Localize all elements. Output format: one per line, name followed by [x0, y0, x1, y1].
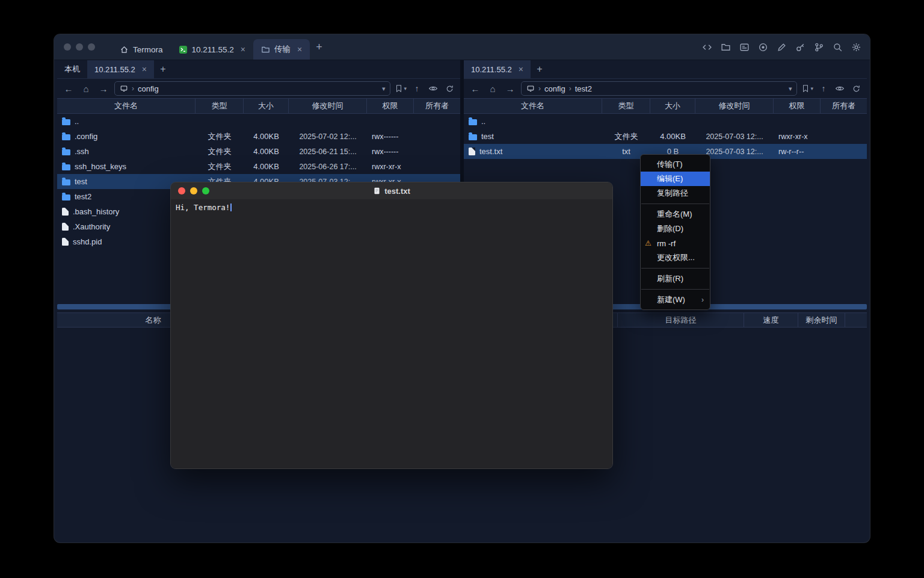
warning-icon: ⚠: [645, 239, 651, 247]
right-panel-toolbar: ← ⌂ → › config › test2 ▾ ▾ ↑: [464, 79, 867, 98]
up-arrow-icon: ↑: [415, 84, 419, 93]
folder-icon: [261, 45, 270, 54]
back-button[interactable]: ←: [469, 82, 482, 95]
editor-text-area[interactable]: Hi, Termora!: [171, 199, 612, 468]
breadcrumb-separator: ›: [132, 84, 134, 93]
column-header-destination[interactable]: 目标路径: [618, 313, 744, 327]
file-icon: [62, 238, 69, 246]
menu-item-rm-rf[interactable]: ⚠rm -rf: [641, 236, 710, 250]
tab-local[interactable]: 本机: [57, 60, 87, 78]
column-header-modified[interactable]: 修改时间: [695, 99, 774, 113]
column-header-modified[interactable]: 修改时间: [289, 99, 367, 113]
column-header-speed[interactable]: 速度: [744, 313, 798, 327]
menu-item-change-permissions[interactable]: 更改权限...: [641, 250, 710, 265]
breadcrumb-segment[interactable]: config: [544, 84, 565, 93]
menu-item-delete[interactable]: 删除(D): [641, 222, 710, 236]
chevron-down-icon[interactable]: ▾: [789, 85, 792, 93]
close-tab-icon[interactable]: ×: [241, 45, 245, 54]
branch-icon[interactable]: [814, 42, 824, 52]
log-icon[interactable]: [739, 42, 750, 52]
zoom-window-button[interactable]: [202, 187, 209, 194]
folder-icon: [62, 134, 70, 140]
left-panel-tabs: 本机 10.211.55.2 × +: [57, 60, 460, 79]
back-button[interactable]: ←: [62, 82, 75, 95]
refresh-button[interactable]: [443, 82, 455, 95]
column-header-filename[interactable]: 文件名: [57, 99, 196, 113]
path-breadcrumb[interactable]: › config › test2 ▾: [521, 81, 797, 96]
bookmark-button[interactable]: ▾: [801, 84, 813, 93]
column-header-type[interactable]: 类型: [196, 99, 244, 113]
close-tab-icon[interactable]: ×: [297, 45, 302, 54]
zoom-window-button[interactable]: [88, 43, 95, 51]
column-header-owner[interactable]: 所有者: [821, 99, 867, 113]
tab-transfer[interactable]: 传输 ×: [253, 39, 310, 60]
new-tab-button[interactable]: +: [310, 41, 328, 54]
traffic-lights: [64, 43, 95, 51]
home-button[interactable]: ⌂: [79, 82, 93, 95]
parent-directory-button[interactable]: ↑: [818, 82, 830, 95]
forward-button[interactable]: →: [97, 82, 110, 95]
breadcrumb-segment[interactable]: config: [138, 84, 159, 93]
menu-item-refresh[interactable]: 刷新(R): [641, 272, 710, 286]
table-row[interactable]: ..: [464, 114, 867, 129]
column-header-owner[interactable]: 所有者: [414, 99, 460, 113]
minimize-window-button[interactable]: [76, 43, 83, 51]
column-header-size[interactable]: 大小: [244, 99, 289, 113]
code-icon[interactable]: [702, 42, 712, 52]
pencil-icon[interactable]: [777, 42, 787, 52]
editor-titlebar[interactable]: test.txt: [171, 182, 612, 199]
column-header-remaining-time[interactable]: 剩余时间: [798, 313, 845, 327]
right-panel-tabs: 10.211.55.2 × +: [464, 60, 867, 79]
column-header-permissions[interactable]: 权限: [774, 99, 821, 113]
home-button[interactable]: ⌂: [486, 82, 499, 95]
menu-item-edit[interactable]: 编辑(E): [641, 172, 710, 186]
close-tab-icon[interactable]: ×: [519, 65, 523, 73]
menu-separator: [641, 204, 709, 204]
forward-icon: →: [506, 84, 515, 94]
new-panel-tab-button[interactable]: +: [531, 60, 549, 78]
record-icon[interactable]: [758, 42, 768, 52]
path-breadcrumb[interactable]: › config ▾: [114, 81, 390, 96]
chevron-down-icon[interactable]: ▾: [382, 85, 386, 93]
termora-window: Termora 10.211.55.2 × 传输 × +: [54, 34, 870, 542]
refresh-button[interactable]: [850, 82, 862, 95]
forward-button[interactable]: →: [504, 82, 517, 95]
parent-directory-button[interactable]: ↑: [411, 82, 423, 95]
key-icon[interactable]: [795, 42, 805, 52]
right-table-header: 文件名 类型 大小 修改时间 权限 所有者: [464, 98, 867, 114]
new-panel-tab-button[interactable]: +: [154, 60, 172, 78]
table-row[interactable]: .ssh 文件夹4.00KB2025-06-21 15:...rwx------: [57, 144, 460, 159]
close-window-button[interactable]: [178, 187, 185, 194]
gear-icon[interactable]: [851, 42, 861, 52]
show-hidden-button[interactable]: [834, 82, 846, 95]
column-header-permissions[interactable]: 权限: [367, 99, 414, 113]
breadcrumb-segment[interactable]: test2: [575, 84, 592, 93]
menu-item-copy-path[interactable]: 复制路径: [641, 186, 710, 200]
column-header-size[interactable]: 大小: [650, 99, 695, 113]
search-icon[interactable]: [833, 42, 843, 52]
folder-icon[interactable]: [721, 42, 731, 52]
up-arrow-icon: ↑: [822, 84, 826, 93]
tab-host[interactable]: 10.211.55.2 ×: [464, 60, 531, 78]
tab-termora-home[interactable]: Termora: [112, 39, 171, 60]
menu-item-rename[interactable]: 重命名(M): [641, 207, 710, 222]
table-row[interactable]: ..: [57, 114, 460, 129]
close-tab-icon[interactable]: ×: [142, 65, 147, 73]
table-row[interactable]: .config 文件夹4.00KB2025-07-02 12:...rwx---…: [57, 129, 460, 144]
text-caret: [230, 204, 232, 211]
tab-host[interactable]: 10.211.55.2 ×: [87, 60, 154, 78]
column-header-type[interactable]: 类型: [602, 99, 650, 113]
show-hidden-button[interactable]: [427, 82, 439, 95]
table-row[interactable]: ssh_host_keys 文件夹4.00KB2025-06-26 17:...…: [57, 159, 460, 174]
menu-item-transfer[interactable]: 传输(T): [641, 157, 710, 172]
menu-item-new[interactable]: 新建(W)›: [641, 293, 710, 307]
close-window-button[interactable]: [64, 43, 71, 51]
eye-icon: [835, 84, 845, 93]
column-header-filename[interactable]: 文件名: [464, 99, 602, 113]
table-row[interactable]: test 文件夹4.00KB2025-07-03 12:...rwxr-xr-x: [464, 129, 867, 144]
titlebar[interactable]: Termora 10.211.55.2 × 传输 × +: [54, 34, 870, 60]
context-menu: 传输(T) 编辑(E) 复制路径 重命名(M) 删除(D) ⚠rm -rf 更改…: [640, 154, 710, 310]
tab-host-10-211-55-2[interactable]: 10.211.55.2 ×: [171, 39, 254, 60]
minimize-window-button[interactable]: [190, 187, 197, 194]
bookmark-button[interactable]: ▾: [395, 84, 407, 93]
